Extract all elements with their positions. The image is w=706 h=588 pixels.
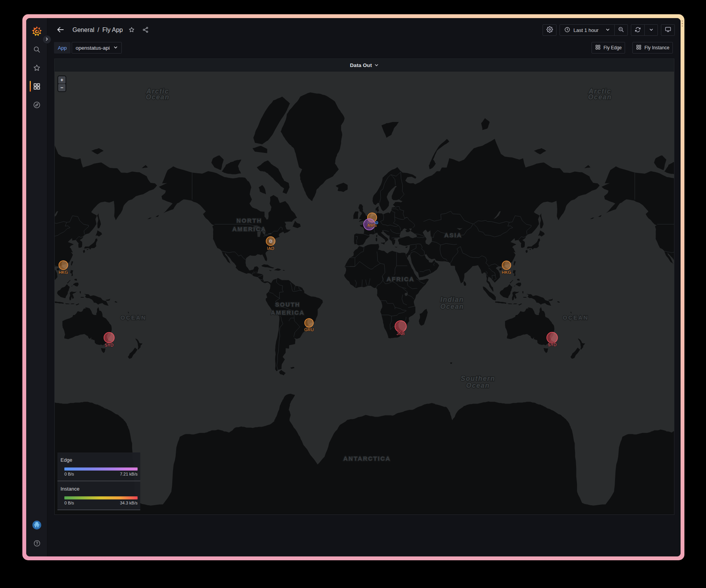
map-label-ocean: Ocean	[466, 382, 490, 389]
map-label-america: AMERICA	[271, 309, 305, 316]
sidebar	[26, 18, 47, 556]
window-frame: General / Fly App Last 1 hour App	[22, 14, 684, 560]
help-circle-icon	[33, 539, 41, 547]
breadcrumb-root[interactable]: General	[72, 27, 94, 34]
favorite-dashboard-button[interactable]	[127, 25, 137, 36]
time-zoom-out-button[interactable]	[615, 24, 628, 36]
tv-mode-button[interactable]	[661, 24, 675, 36]
apps-grid-icon	[636, 44, 642, 51]
sidebar-item-explore[interactable]	[26, 95, 47, 114]
dashboard-link-label: Fly Edge	[603, 45, 622, 50]
monitor-icon	[665, 26, 671, 34]
geomap-panel[interactable]: ArcticOceanArcticOceanNORTHAMERICAASIAAF…	[55, 72, 674, 514]
chevron-down-icon	[605, 27, 610, 33]
map-zoom-in-button[interactable]: +	[58, 76, 66, 84]
dashboard-link-fly-instance[interactable]: Fly Instance	[632, 42, 673, 54]
active-indicator	[30, 81, 31, 92]
marker-label-hkg: HKG	[502, 270, 511, 275]
dashboard-link-label: Fly Instance	[644, 45, 669, 50]
breadcrumb-separator: /	[97, 27, 99, 34]
variable-value: openstatus-api	[76, 45, 110, 51]
arrow-left-icon	[56, 25, 65, 35]
breadcrumb: General / Fly App	[72, 20, 151, 40]
map-label-antarctica: ANTARCTICA	[343, 455, 391, 462]
marker-label-iad: IAD	[267, 246, 274, 251]
star-icon	[33, 64, 41, 72]
map-label-ocean: OCEAN	[121, 314, 146, 321]
legend-min: 0 B/s	[64, 472, 74, 476]
marker-iad-edge[interactable]	[269, 240, 272, 243]
chevron-right-icon	[45, 37, 49, 42]
marker-label-jnb: JNB	[397, 331, 405, 336]
dashboard-link-fly-edge[interactable]: Fly Edge	[592, 42, 625, 54]
legend-gradient-instance	[64, 496, 138, 499]
grafana-window: General / Fly App Last 1 hour App	[26, 18, 681, 556]
marker-ams-edge[interactable]	[375, 221, 378, 224]
dashboard-settings-button[interactable]	[543, 24, 556, 36]
clock-icon	[564, 27, 570, 34]
legend-section-instance: Instance0 B/s34.3 kB/s	[57, 481, 140, 509]
map-label-ocean: Ocean	[440, 303, 464, 310]
panel-data-out: Data Out ArcticOceanArcticOceanNORTHAMER…	[54, 59, 674, 515]
map-label-ocean: OCEAN	[563, 314, 588, 321]
map-label-north: NORTH	[237, 217, 262, 224]
breadcrumb-current[interactable]: Fly App	[102, 27, 123, 34]
legend-title: Instance	[61, 486, 138, 492]
gear-icon	[546, 26, 553, 34]
window-resize-handle[interactable]	[681, 20, 683, 27]
panel-title: Data Out	[350, 62, 372, 68]
map-label-asia: ASIA	[444, 232, 462, 238]
apps-grid-icon	[595, 44, 601, 51]
main-area: General / Fly App Last 1 hour App	[48, 18, 681, 556]
dashboard-submenu: App openstatus-api Fly Edge Fly Instance	[48, 42, 681, 54]
apps-grid-icon	[33, 82, 41, 90]
refresh-button[interactable]	[631, 24, 645, 36]
chevron-down-icon	[374, 62, 379, 69]
sidebar-expand-button[interactable]	[42, 35, 51, 44]
star-icon	[128, 27, 135, 34]
legend-min: 0 B/s	[64, 501, 74, 505]
map-label-america: AMERICA	[232, 226, 266, 232]
sidebar-item-profile[interactable]	[26, 516, 47, 534]
sidebar-item-dashboards[interactable]	[26, 77, 47, 95]
share-dashboard-button[interactable]	[141, 25, 151, 36]
map-legend: Edge0 B/s7.21 kB/sInstance0 B/s34.3 kB/s	[57, 452, 140, 510]
refresh-icon	[635, 27, 641, 34]
chevron-down-icon	[649, 27, 654, 33]
top-navigation: General / Fly App Last 1 hour	[48, 18, 681, 39]
grafana-logo[interactable]	[32, 26, 42, 37]
map-label-africa: AFRICA	[387, 276, 414, 282]
marker-label-ams: AMS	[367, 223, 377, 228]
legend-section-edge: Edge0 B/s7.21 kB/s	[57, 452, 140, 480]
map-zoom-control: + −	[57, 75, 66, 92]
sidebar-item-help[interactable]	[26, 534, 47, 553]
search-minus-icon	[618, 26, 624, 34]
time-range-label: Last 1 hour	[573, 27, 603, 33]
avatar	[32, 520, 42, 530]
variable-label[interactable]: App	[54, 42, 71, 54]
map-zoom-out-button[interactable]: −	[58, 84, 66, 91]
map-label-ocean: Ocean	[146, 93, 170, 101]
legend-max: 7.21 kB/s	[120, 472, 138, 476]
legend-title: Edge	[61, 457, 138, 463]
marker-label-syd: SYD	[548, 342, 556, 347]
legend-separator	[57, 509, 140, 510]
marker-label-hkg-w: HKG	[59, 270, 68, 275]
marker-label-gru: GRU	[304, 327, 314, 332]
dashboard-toolbar: Last 1 hour	[543, 24, 675, 36]
map-label-south: SOUTH	[275, 301, 300, 308]
marker-label-syd-w: SYD	[105, 343, 114, 347]
chevron-down-icon	[113, 45, 118, 51]
search-icon	[33, 45, 41, 54]
panel-header[interactable]: Data Out	[55, 59, 674, 72]
map-label-ocean: Ocean	[588, 93, 612, 101]
legend-gradient-edge	[64, 467, 138, 471]
refresh-interval-dropdown[interactable]	[645, 24, 658, 36]
sidebar-item-starred[interactable]	[26, 59, 47, 77]
time-range-picker[interactable]: Last 1 hour	[560, 24, 615, 36]
compass-icon	[33, 101, 41, 109]
world-map: ArcticOceanArcticOceanNORTHAMERICAASIAAF…	[55, 72, 674, 514]
share-icon	[142, 27, 149, 34]
back-button[interactable]	[55, 24, 66, 36]
variable-value-dropdown[interactable]: openstatus-api	[72, 42, 122, 54]
